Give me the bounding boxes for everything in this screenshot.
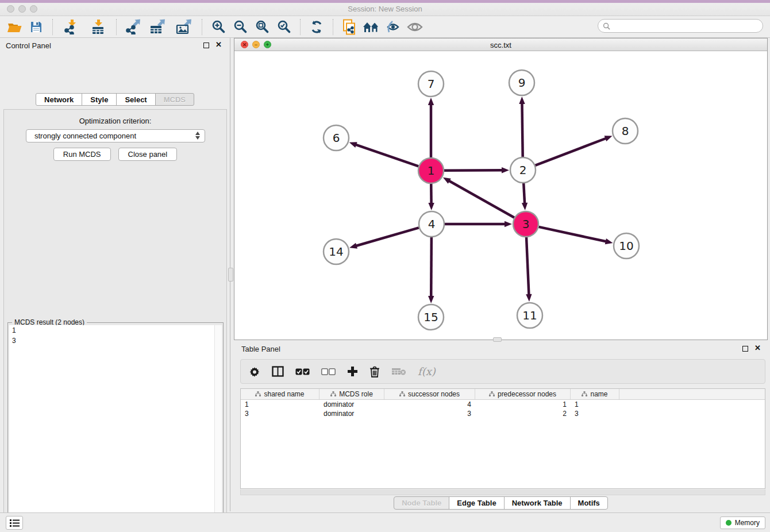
- gear-icon[interactable]: [249, 363, 260, 380]
- graph-edge-4-14[interactable]: [356, 228, 419, 246]
- table-cell[interactable]: dominator: [319, 409, 384, 418]
- tab-edge-table[interactable]: Edge Table: [449, 496, 504, 510]
- table-cell[interactable]: 3: [571, 409, 619, 418]
- graph-edge-arrowhead: [605, 238, 613, 244]
- graph-node-label: 10: [619, 239, 633, 253]
- delete-icon[interactable]: [369, 363, 380, 380]
- select-all-icon[interactable]: [295, 363, 310, 380]
- column-header-predecessor-nodes[interactable]: predecessor nodes: [475, 389, 571, 399]
- tab-style[interactable]: Style: [82, 93, 117, 106]
- deselect-all-icon[interactable]: [321, 363, 336, 380]
- mcds-result-textarea[interactable]: 1 3: [9, 325, 222, 532]
- eye-icon[interactable]: [404, 18, 426, 36]
- column-header-successor-nodes[interactable]: successor nodes: [384, 389, 475, 399]
- network-canvas[interactable]: 1234678910111415: [234, 51, 767, 340]
- export-table-icon[interactable]: [144, 18, 170, 36]
- table-cell[interactable]: 3: [384, 409, 475, 418]
- sort-icon: [489, 390, 495, 398]
- search-input[interactable]: [613, 22, 763, 30]
- table-cell[interactable]: 2: [475, 409, 571, 418]
- column-header-name[interactable]: name: [571, 389, 619, 399]
- close-table-panel-icon[interactable]: ✕: [754, 344, 761, 352]
- mcds-panel: Optimization criterion: strongly connect…: [3, 109, 227, 532]
- node-table[interactable]: shared nameMCDS rolesuccessor nodesprede…: [240, 388, 765, 489]
- add-column-icon[interactable]: [347, 363, 358, 380]
- table-row[interactable]: 3dominator323: [241, 409, 765, 418]
- close-panel-icon[interactable]: ✕: [215, 41, 222, 49]
- table-cell[interactable]: 3: [241, 409, 319, 418]
- graph-edge-arrowhead: [519, 97, 525, 104]
- graph-node-label: 1: [428, 164, 435, 178]
- table-cell[interactable]: 1: [571, 400, 619, 409]
- import-table-icon[interactable]: [84, 18, 111, 36]
- import-network-icon[interactable]: [58, 18, 84, 36]
- graph-edge-3-1[interactable]: [448, 180, 514, 218]
- graph-node-label: 3: [522, 217, 530, 231]
- graph-edge-2-3[interactable]: [523, 183, 525, 204]
- export-network-icon[interactable]: [122, 18, 144, 36]
- graph-edge-3-11[interactable]: [526, 237, 529, 295]
- graph-node-label: 2: [519, 163, 527, 177]
- zoom-fit-icon[interactable]: [251, 18, 273, 36]
- save-icon[interactable]: [25, 18, 47, 36]
- tab-mcds[interactable]: MCDS: [155, 93, 194, 106]
- float-panel-icon[interactable]: [203, 43, 209, 48]
- graph-edge-4-15[interactable]: [431, 237, 432, 297]
- table-panel-title: Table Panel: [241, 345, 280, 353]
- run-mcds-button[interactable]: Run MCDS: [53, 148, 111, 161]
- table-header-row: shared nameMCDS rolesuccessor nodesprede…: [241, 389, 765, 400]
- zoom-in-icon[interactable]: [207, 18, 229, 36]
- graph-edge-1-6[interactable]: [355, 144, 418, 166]
- tab-network[interactable]: Network: [36, 93, 82, 106]
- table-cell[interactable]: 1: [241, 400, 319, 409]
- columns-icon[interactable]: [272, 363, 284, 380]
- graph-edge-2-9[interactable]: [522, 103, 522, 157]
- graph-node-label: 14: [329, 245, 343, 259]
- search-icon: [603, 22, 610, 30]
- home-icon[interactable]: [360, 18, 382, 36]
- column-header-shared-name[interactable]: shared name: [241, 389, 319, 399]
- graph-edge-2-8[interactable]: [535, 138, 606, 165]
- graph-edge-1-2[interactable]: [444, 170, 503, 171]
- hide-graphics-icon[interactable]: [382, 18, 404, 36]
- network-window-titlebar[interactable]: ✕ − + scc.txt: [234, 38, 767, 51]
- table-row[interactable]: 1dominator411: [241, 400, 765, 409]
- tab-network-table[interactable]: Network Table: [504, 496, 571, 510]
- sort-icon: [399, 390, 405, 398]
- horizontal-splitter-handle[interactable]: [493, 337, 502, 342]
- clone-network-icon[interactable]: [338, 18, 360, 36]
- graph-node-label: 9: [518, 76, 526, 90]
- float-table-panel-icon[interactable]: [742, 346, 748, 352]
- open-folder-icon[interactable]: [3, 18, 25, 36]
- result-scrollbar[interactable]: [214, 325, 222, 532]
- memory-button[interactable]: Memory: [720, 516, 765, 529]
- graph-edge-arrowhead: [428, 98, 434, 105]
- table-cell[interactable]: dominator: [319, 400, 384, 409]
- optimization-select[interactable]: strongly connected component: [26, 129, 205, 142]
- toolbar-separator: [116, 19, 117, 35]
- close-panel-button[interactable]: Close panel: [118, 148, 178, 161]
- table-cell[interactable]: 1: [475, 400, 571, 409]
- mcds-result-groupbox: MCDS result (2 nodes) 1 3: [7, 322, 224, 532]
- table-scroll-strip[interactable]: [240, 489, 765, 495]
- network-window: ✕ − + scc.txt 1234678910111415: [234, 38, 768, 340]
- task-history-button[interactable]: [6, 516, 23, 530]
- tab-node-table[interactable]: Node Table: [394, 496, 449, 510]
- zoom-selected-icon[interactable]: [273, 18, 295, 36]
- graph-edge-arrowhead: [428, 203, 434, 210]
- graph-edge-arrowhead: [502, 167, 509, 173]
- control-panel-tabs: Network Style Select MCDS: [0, 93, 230, 106]
- zoom-out-icon[interactable]: [229, 18, 251, 36]
- tab-motifs[interactable]: Motifs: [570, 496, 608, 510]
- vertical-splitter-handle[interactable]: [228, 268, 233, 282]
- column-header-MCDS-role[interactable]: MCDS role: [319, 389, 384, 399]
- graph-node-label: 6: [333, 131, 340, 145]
- search-field[interactable]: [598, 19, 763, 33]
- table-cell[interactable]: 4: [384, 400, 475, 409]
- refresh-icon[interactable]: [306, 18, 328, 36]
- list-icon: [10, 519, 20, 527]
- graph-edge-3-10[interactable]: [538, 227, 606, 242]
- export-image-icon[interactable]: [170, 18, 197, 36]
- tab-select[interactable]: Select: [116, 93, 155, 106]
- main-toolbar: [0, 16, 770, 38]
